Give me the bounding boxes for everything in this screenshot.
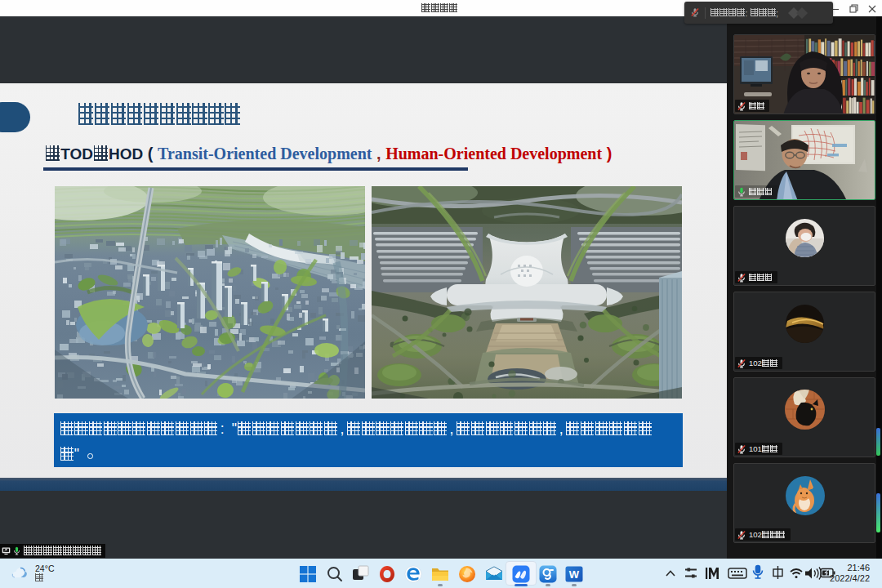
- svg-text:W: W: [569, 568, 580, 581]
